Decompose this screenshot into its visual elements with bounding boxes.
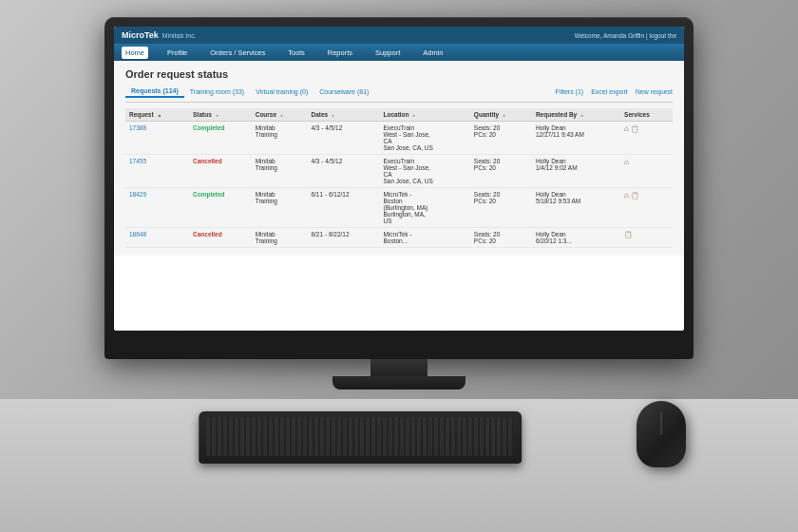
tab-courseware[interactable]: Courseware (81)	[314, 86, 374, 97]
col-dates[interactable]: Dates ⬦	[307, 108, 379, 122]
cell-course: MinitabTraining	[252, 122, 308, 155]
cell-status: Cancelled	[189, 155, 252, 188]
home-icon	[624, 125, 629, 132]
welcome-text: Welcome, Amanda Griffin | logout the	[575, 32, 676, 39]
request-link-18648[interactable]: 18648	[129, 231, 146, 238]
tab-actions: Filters (1) Excel export New request	[556, 88, 673, 95]
cell-request: 17388	[125, 122, 189, 155]
home-icon	[624, 159, 629, 165]
request-link-18429[interactable]: 18429	[129, 191, 146, 198]
cell-request: 18648	[125, 228, 189, 248]
page-content: Order request status Requests (114) Trai…	[114, 61, 684, 256]
logo-minitab: Minitab Inc.	[162, 32, 197, 39]
nav-item-admin[interactable]: Admin	[419, 47, 446, 59]
nav-item-tools[interactable]: Tools	[284, 47, 309, 59]
nav-item-support[interactable]: Support	[371, 47, 404, 59]
tab-virtual-training[interactable]: Virtual training (0)	[250, 86, 314, 97]
cell-services	[620, 228, 673, 248]
cell-requested-by: Holly Dean6/20/12 1:3...	[532, 228, 620, 248]
cell-services	[620, 155, 673, 188]
orders-table: Request ▲ Status ⬦ Course ⬦ Dates ⬦ Loca…	[125, 108, 673, 248]
table-row: 17388 Completed MinitabTraining 4/3 - 4/…	[125, 122, 673, 155]
cell-services	[620, 122, 673, 155]
col-requested-by[interactable]: Requested By ⬦	[532, 108, 620, 122]
status-cancelled: Cancelled	[193, 158, 222, 164]
cell-services	[620, 188, 673, 228]
logo-microtek: MicroTek	[122, 30, 159, 40]
book-icon	[631, 125, 639, 132]
col-request[interactable]: Request ▲	[125, 108, 189, 122]
cell-quantity: Seats: 20PCs: 20	[470, 155, 532, 188]
monitor-neck	[370, 359, 428, 376]
monitor-screen: MicroTek Minitab Inc. Welcome, Amanda Gr…	[114, 27, 684, 331]
filters-button[interactable]: Filters (1)	[556, 88, 584, 95]
col-location[interactable]: Location ⬦	[379, 108, 469, 122]
tab-requests[interactable]: Requests (114)	[125, 86, 184, 98]
keyboard	[199, 411, 522, 464]
cell-request: 18429	[125, 188, 189, 228]
cell-request: 17455	[125, 155, 189, 188]
tabs-row: Requests (114) Training room (33) Virtua…	[125, 86, 673, 103]
mouse	[636, 401, 686, 467]
top-bar: MicroTek Minitab Inc. Welcome, Amanda Gr…	[114, 27, 684, 44]
cell-dates: 4/3 - 4/5/12	[307, 122, 379, 155]
table-row: 18648 Cancelled MinitabTraining 8/21 - 8…	[125, 228, 673, 248]
cell-location: ExecuTrainWest - San Jose,CASan Jose, CA…	[379, 155, 469, 188]
cell-status: Completed	[189, 188, 252, 228]
tab-training-room[interactable]: Training room (33)	[184, 86, 250, 97]
home-icon	[624, 192, 629, 199]
cell-location: ExecuTrainWest - San Jose,CASan Jose, CA…	[379, 122, 469, 155]
book-icon	[631, 192, 639, 199]
status-completed: Completed	[193, 124, 225, 131]
cell-dates: 6/11 - 6/12/12	[307, 188, 379, 228]
cell-requested-by: Holly Dean12/27/11 9:43 AM	[532, 122, 620, 155]
col-course[interactable]: Course ⬦	[252, 108, 308, 122]
request-link-17388[interactable]: 17388	[129, 124, 146, 131]
cell-requested-by: Holly Dean5/18/12 9:53 AM	[532, 188, 620, 228]
cell-course: MinitabTraining	[252, 155, 308, 188]
table-row: 17455 Cancelled MinitabTraining 4/3 - 4/…	[125, 155, 673, 188]
col-quantity[interactable]: Quantity ⬦	[470, 108, 532, 122]
col-status[interactable]: Status ⬦	[189, 108, 252, 122]
logo-area: MicroTek Minitab Inc.	[122, 30, 197, 40]
cell-dates: 4/3 - 4/5/12	[307, 155, 379, 188]
book-icon	[624, 231, 633, 238]
cell-course: MinitabTraining	[252, 228, 308, 248]
cell-quantity: Seats: 20PCs: 20	[470, 188, 532, 228]
status-cancelled: Cancelled	[193, 231, 222, 238]
nav-bar: Home Profile Orders / Services Tools Rep…	[114, 44, 684, 61]
monitor-foot	[332, 376, 466, 390]
cell-quantity: Seats: 20PCs: 20	[470, 122, 532, 155]
nav-item-reports[interactable]: Reports	[324, 47, 356, 59]
new-request-button[interactable]: New request	[636, 88, 673, 95]
table-row: 18429 Completed MinitabTraining 6/11 - 6…	[125, 188, 673, 228]
cell-dates: 8/21 - 8/22/12	[307, 228, 379, 248]
cell-course: MinitabTraining	[252, 188, 308, 228]
excel-export-button[interactable]: Excel export	[591, 88, 628, 95]
cell-requested-by: Holly Dean1/4/12 9:02 AM	[532, 155, 620, 188]
cell-quantity: Seats: 20PCs: 20	[470, 228, 532, 248]
request-link-17455[interactable]: 17455	[129, 158, 146, 164]
cell-location: MicroTek -Boston(Burlington, MA)Burlingt…	[379, 188, 469, 228]
page-title: Order request status	[125, 68, 673, 80]
status-completed: Completed	[193, 191, 225, 198]
cell-location: MicroTek -Boston...	[379, 228, 469, 248]
screen-content: MicroTek Minitab Inc. Welcome, Amanda Gr…	[114, 27, 684, 331]
cell-status: Completed	[189, 122, 252, 155]
nav-item-home[interactable]: Home	[122, 47, 148, 59]
monitor: MicroTek Minitab Inc. Welcome, Amanda Gr…	[104, 17, 694, 390]
nav-item-profile[interactable]: Profile	[163, 47, 191, 59]
nav-item-orders[interactable]: Orders / Services	[206, 47, 269, 59]
table-header-row: Request ▲ Status ⬦ Course ⬦ Dates ⬦ Loca…	[125, 108, 673, 122]
monitor-bezel: MicroTek Minitab Inc. Welcome, Amanda Gr…	[104, 17, 694, 359]
cell-status: Cancelled	[189, 228, 252, 248]
col-services[interactable]: Services	[620, 108, 673, 122]
